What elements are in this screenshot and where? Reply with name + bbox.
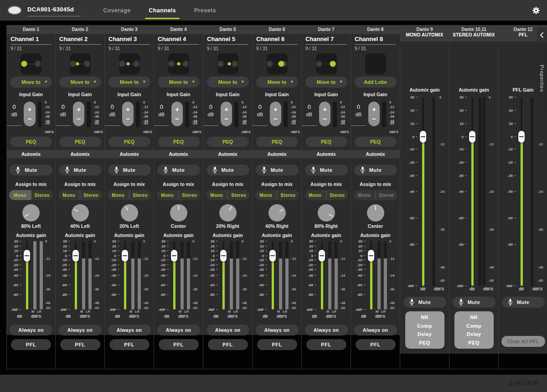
input-gain-value[interactable]: 0 dB	[351, 99, 366, 126]
pfl-button[interactable]: PFL	[11, 339, 51, 350]
fader-handle[interactable]	[319, 250, 325, 262]
lobe-position-tile[interactable]	[316, 53, 337, 74]
peq-button[interactable]: PEQ	[108, 137, 150, 147]
fader-handle[interactable]	[171, 250, 177, 262]
input-gain-value[interactable]: 0 dB	[203, 99, 218, 126]
pan-knob[interactable]	[170, 204, 187, 222]
gain-decrease-button[interactable]: −	[319, 114, 331, 126]
pfl-button[interactable]: PFL	[208, 339, 248, 350]
automix-gain-fader[interactable]	[367, 241, 375, 309]
output-gain-fader[interactable]	[518, 97, 525, 286]
pfl-button[interactable]: PFL	[60, 339, 100, 350]
output-gain-fader[interactable]	[469, 97, 476, 286]
mono-option[interactable]: Mono	[304, 190, 326, 200]
output-gain-fader[interactable]	[419, 97, 427, 286]
automix-gain-fader[interactable]	[269, 241, 276, 309]
peq-button[interactable]: PEQ	[59, 137, 101, 147]
mono-option[interactable]: Mono	[58, 190, 80, 200]
fader-handle[interactable]	[220, 250, 227, 262]
mute-button[interactable]: Mute	[354, 165, 397, 175]
mono-option[interactable]: Mono	[108, 190, 129, 200]
gain-increase-button[interactable]: +	[368, 102, 380, 114]
mute-button[interactable]: Mute	[59, 165, 102, 175]
mute-button[interactable]: Mute	[403, 297, 446, 308]
mono-option[interactable]: Mono	[9, 190, 31, 200]
gain-decrease-button[interactable]: −	[270, 114, 282, 126]
input-gain-value[interactable]: 0 dB	[302, 99, 317, 126]
gain-increase-button[interactable]: +	[319, 102, 331, 114]
lobe-position-tile[interactable]	[168, 53, 189, 74]
device-name[interactable]: DCA901-63045d	[27, 4, 80, 16]
gain-increase-button[interactable]: +	[270, 102, 282, 114]
input-gain-value[interactable]: 0 dB	[154, 99, 169, 126]
properties-tab-label[interactable]: Properties	[537, 44, 547, 113]
stereo-option[interactable]: Stereo	[129, 190, 151, 200]
pan-knob[interactable]	[367, 204, 384, 222]
fader-handle[interactable]	[469, 131, 475, 143]
fader-handle[interactable]	[269, 250, 276, 262]
always-on-button[interactable]: Always on	[59, 325, 102, 335]
pan-knob[interactable]	[219, 204, 237, 222]
mono-option[interactable]: Mono	[157, 190, 179, 200]
gain-increase-button[interactable]: +	[73, 102, 85, 114]
gain-increase-button[interactable]: +	[24, 102, 36, 114]
automix-gain-fader[interactable]	[72, 241, 79, 309]
pan-knob[interactable]	[72, 204, 89, 222]
mute-button[interactable]: Mute	[453, 297, 495, 308]
stereo-option[interactable]: Stereo	[31, 190, 53, 200]
nr-button[interactable]: NR	[454, 315, 494, 320]
pan-knob[interactable]	[318, 204, 335, 222]
move-to-button[interactable]: Add Lobe ▾	[355, 77, 397, 88]
mute-button[interactable]: Mute	[157, 165, 200, 175]
always-on-button[interactable]: Always on	[206, 325, 249, 335]
peq-button[interactable]: PEQ	[256, 137, 298, 147]
gain-decrease-button[interactable]: −	[73, 114, 85, 126]
move-to-button[interactable]: Move to ▾	[256, 77, 298, 88]
peq-button[interactable]: PEQ	[454, 340, 494, 346]
delay-button[interactable]: Delay	[405, 331, 444, 337]
always-on-button[interactable]: Always on	[305, 325, 348, 335]
mute-button[interactable]: Mute	[108, 165, 151, 175]
input-gain-value[interactable]: 0 dB	[7, 99, 21, 126]
gain-decrease-button[interactable]: −	[24, 114, 36, 126]
pan-knob[interactable]	[22, 204, 40, 222]
fader-handle[interactable]	[122, 250, 128, 262]
chevron-left-icon[interactable]	[537, 27, 547, 43]
fader-handle[interactable]	[368, 250, 374, 262]
pfl-button[interactable]: PFL	[109, 339, 150, 350]
gain-increase-button[interactable]: +	[221, 102, 232, 114]
pfl-button[interactable]: PFL	[306, 339, 346, 350]
mono-option[interactable]: Mono	[206, 190, 228, 200]
peq-button[interactable]: PEQ	[305, 137, 347, 147]
always-on-button[interactable]: Always on	[256, 325, 299, 335]
delay-button[interactable]: Delay	[454, 331, 494, 337]
tab-coverage[interactable]: Coverage	[102, 0, 131, 21]
pfl-button[interactable]: PFL	[257, 339, 297, 350]
move-to-button[interactable]: Move to ▾	[59, 77, 101, 88]
fader-handle[interactable]	[24, 250, 30, 262]
comp-button[interactable]: Comp	[405, 323, 444, 329]
pan-knob[interactable]	[121, 204, 138, 222]
gain-decrease-button[interactable]: −	[368, 114, 380, 126]
gain-decrease-button[interactable]: −	[171, 114, 183, 126]
gain-decrease-button[interactable]: −	[221, 114, 232, 126]
move-to-button[interactable]: Move to ▾	[108, 77, 150, 88]
automix-gain-fader[interactable]	[318, 241, 325, 309]
lobe-position-tile[interactable]	[217, 53, 238, 74]
always-on-button[interactable]: Always on	[157, 325, 200, 335]
move-to-button[interactable]: Move to ▾	[158, 77, 200, 88]
move-to-button[interactable]: Move to ▾	[207, 77, 249, 88]
peq-button[interactable]: PEQ	[207, 137, 249, 147]
tab-channels[interactable]: Channels	[148, 0, 176, 21]
move-to-button[interactable]: Move to ▾	[305, 77, 347, 88]
always-on-button[interactable]: Always on	[108, 325, 151, 335]
mono-option[interactable]: Mono	[354, 190, 376, 200]
mute-button[interactable]: Mute	[502, 297, 545, 308]
lobe-position-tile[interactable]	[119, 53, 140, 74]
move-to-button[interactable]: Move to ▾	[10, 77, 52, 88]
mute-button[interactable]: Mute	[305, 165, 348, 175]
gain-increase-button[interactable]: +	[171, 102, 183, 114]
mute-button[interactable]: Mute	[10, 165, 52, 175]
lobe-position-tile[interactable]	[267, 53, 288, 74]
pfl-button[interactable]: PFL	[356, 339, 396, 350]
